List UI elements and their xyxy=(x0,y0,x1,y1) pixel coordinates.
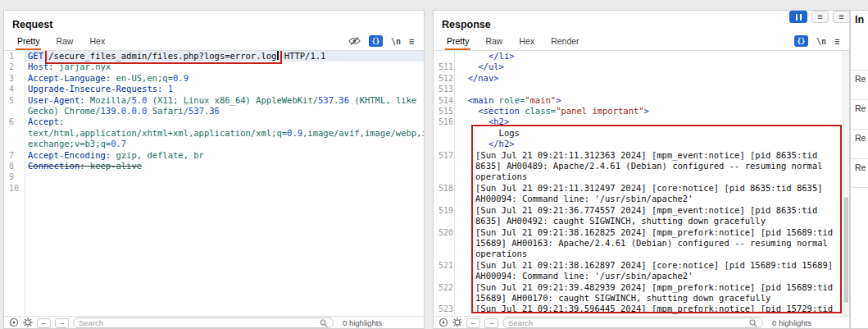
request-panel-title: Request xyxy=(4,11,424,33)
pause-updates-button[interactable] xyxy=(789,11,807,23)
line-number: 3 xyxy=(4,73,25,84)
inspector-title: In xyxy=(851,11,868,25)
gear-icon[interactable] xyxy=(23,316,33,328)
annotated-url[interactable]: /secure_files_admin/files.php?logs=error… xyxy=(48,51,279,61)
response-panel: Response Pretty Raw Hex Render {} \n ≡ <… xyxy=(433,10,850,329)
tab-pretty[interactable]: Pretty xyxy=(9,34,48,50)
search-target-icon[interactable] xyxy=(9,316,19,328)
scrollbar-thumb[interactable] xyxy=(844,197,848,303)
tab-render[interactable]: Render xyxy=(543,34,587,50)
response-viewer[interactable]: </li>511 </ul>512 </nav>513514 <main rol… xyxy=(434,51,849,316)
line-number: 6 xyxy=(4,117,25,149)
search-input[interactable] xyxy=(79,318,316,327)
line-number xyxy=(434,51,454,62)
scrollbar-track[interactable] xyxy=(843,51,849,316)
code-line[interactable]: 521[Sun Jul 21 09:21:38.162897 2024] [co… xyxy=(434,260,849,282)
wrap-lines-icon[interactable]: ≡ xyxy=(409,37,414,46)
layout-menu-button[interactable]: ≡ xyxy=(811,11,829,23)
line-number: 520 xyxy=(434,227,454,260)
response-editor-icons: {} \n ≡ xyxy=(794,35,844,50)
gutter-separator xyxy=(454,51,455,316)
inspector-section[interactable]: Re xyxy=(851,99,868,129)
code-line[interactable]: 517[Sun Jul 21 09:21:11.312363 2024] [mp… xyxy=(434,150,849,183)
inspector-section[interactable]: Re xyxy=(851,158,868,188)
code-line[interactable]: 2Host: jarjar.nyx xyxy=(4,62,424,72)
code-line[interactable]: 520[Sun Jul 21 09:21:38.162825 2024] [mp… xyxy=(434,227,849,260)
line-number: 10 xyxy=(4,183,25,194)
code-line[interactable]: </h2> xyxy=(434,139,849,149)
code-line[interactable]: 516 <h2> xyxy=(434,117,849,127)
gear-icon[interactable] xyxy=(452,316,462,328)
request-search-field xyxy=(73,318,334,328)
request-search-bar: ← → 0 highlights xyxy=(4,316,424,328)
response-search-bar: ← → 0 highlights xyxy=(434,316,849,328)
line-number: 518 xyxy=(434,183,454,205)
line-number: 515 xyxy=(434,106,454,117)
line-number: 517 xyxy=(434,150,454,183)
search-target-icon[interactable] xyxy=(439,316,448,328)
prev-match-button[interactable]: ← xyxy=(466,318,480,328)
code-line[interactable]: 5User-Agent: Mozilla/5.0 (X11; Linux x86… xyxy=(4,95,424,117)
request-editor[interactable]: 1GET /secure_files_admin/files.php?logs=… xyxy=(4,51,424,316)
tab-hex[interactable]: Hex xyxy=(511,34,543,50)
code-line[interactable]: 512 </nav> xyxy=(434,73,849,84)
line-number: 9 xyxy=(4,171,25,182)
code-line[interactable]: Logs xyxy=(434,128,849,139)
code-line[interactable]: </li> xyxy=(434,51,849,62)
line-number: 513 xyxy=(434,84,454,94)
tab-hex[interactable]: Hex xyxy=(81,34,113,50)
tab-raw[interactable]: Raw xyxy=(477,34,511,50)
code-line[interactable]: 3Accept-Language: en-US,en;q=0.9 xyxy=(4,73,424,84)
visibility-toggle-icon[interactable] xyxy=(348,36,361,46)
inspector-panel: In Re Re Re Re xyxy=(850,10,868,329)
wrap-lines-icon[interactable]: ≡ xyxy=(834,37,839,46)
code-line[interactable]: 10 xyxy=(4,183,424,194)
line-number: 2 xyxy=(4,62,25,72)
line-number: 5 xyxy=(4,95,25,117)
code-line[interactable]: 8Connection: keep-alive xyxy=(4,161,424,171)
line-number: 514 xyxy=(434,95,454,106)
request-tabs: Pretty Raw Hex {} \n ≡ xyxy=(4,33,424,51)
code-line[interactable]: 513 xyxy=(434,84,849,94)
code-line[interactable]: 1GET /secure_files_admin/files.php?logs=… xyxy=(4,51,424,62)
nonprintable-chars-icon[interactable]: \n xyxy=(816,37,826,46)
line-number: 7 xyxy=(4,150,25,161)
nonprintable-chars-icon[interactable]: \n xyxy=(391,37,401,46)
line-number: 511 xyxy=(434,62,454,72)
code-line[interactable]: 7Accept-Encoding: gzip, deflate, br xyxy=(4,150,424,161)
line-number: 519 xyxy=(434,205,454,227)
tab-pretty[interactable]: Pretty xyxy=(439,34,477,50)
pretty-print-icon[interactable]: {} xyxy=(794,35,808,47)
line-number: 523 xyxy=(434,304,454,314)
highlights-count: 0 highlights xyxy=(772,318,811,327)
highlights-count: 0 highlights xyxy=(343,318,382,327)
layout-menu-button[interactable]: ≡ xyxy=(833,11,850,23)
response-search-field xyxy=(502,318,763,328)
code-line[interactable]: 4Upgrade-Insecure-Requests: 1 xyxy=(4,84,424,94)
prev-match-button[interactable]: ← xyxy=(37,318,51,328)
code-line[interactable]: 514 <main role="main"> xyxy=(434,95,849,106)
gutter-separator xyxy=(25,51,25,316)
code-line[interactable]: 522[Sun Jul 21 09:21:39.482939 2024] [mp… xyxy=(434,282,849,304)
search-input[interactable] xyxy=(508,318,746,327)
code-line[interactable]: 511 </ul> xyxy=(434,62,849,72)
line-number: 1 xyxy=(4,51,25,62)
inspector-section[interactable]: Re xyxy=(851,70,868,99)
next-match-button[interactable]: → xyxy=(484,318,498,328)
code-line[interactable]: 9 xyxy=(4,171,424,182)
inspector-section[interactable]: Re xyxy=(851,129,868,158)
view-toolbar: ≡ ≡ xyxy=(789,11,850,23)
code-line[interactable]: 519[Sun Jul 21 09:21:36.774557 2024] [mp… xyxy=(434,205,849,227)
response-tabs: Pretty Raw Hex Render {} \n ≡ xyxy=(434,33,849,51)
code-line[interactable]: 6Accept: text/html,application/xhtml+xml… xyxy=(4,117,424,149)
next-match-button[interactable]: → xyxy=(55,318,69,328)
request-panel: Request Pretty Raw Hex {} \n ≡ 1GET /sec… xyxy=(3,10,425,329)
line-number: 512 xyxy=(434,73,454,84)
inspector-sections: Re Re Re Re xyxy=(851,70,868,188)
code-line[interactable]: 518[Sun Jul 21 09:21:11.312497 2024] [co… xyxy=(434,183,849,205)
code-line[interactable]: 523[Sun Jul 21 09:21:39.596445 2024] [mp… xyxy=(434,304,849,314)
line-number xyxy=(434,128,454,139)
tab-raw[interactable]: Raw xyxy=(48,34,81,50)
code-line[interactable]: 515 <section class="panel important"> xyxy=(434,106,849,117)
pretty-print-icon[interactable]: {} xyxy=(369,35,383,47)
